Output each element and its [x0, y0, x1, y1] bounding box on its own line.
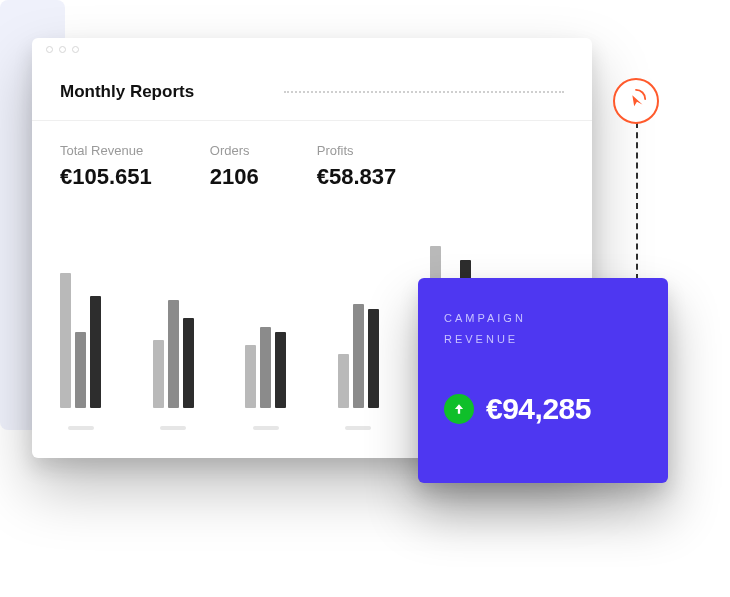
stat-value: 2106 — [210, 164, 259, 190]
callout-connector — [636, 122, 638, 280]
bar-group-bars — [153, 228, 194, 408]
campaign-revenue-card: CAMPAIGN REVENUE €94,285 — [418, 278, 668, 483]
report-title: Monthly Reports — [60, 82, 194, 102]
x-tick — [160, 426, 186, 430]
campaign-value: €94,285 — [486, 392, 591, 426]
bar — [275, 332, 286, 408]
window-dot — [72, 46, 79, 53]
bar-group — [245, 228, 286, 430]
bar — [60, 273, 71, 408]
window-dot — [59, 46, 66, 53]
bar — [353, 304, 364, 408]
x-tick — [253, 426, 279, 430]
header-divider — [284, 91, 564, 93]
x-tick — [345, 426, 371, 430]
bar — [368, 309, 379, 408]
cursor-click-icon — [625, 88, 647, 114]
bar-group-bars — [245, 228, 286, 408]
x-tick — [68, 426, 94, 430]
stat-label: Orders — [210, 143, 259, 158]
bar-group — [338, 228, 379, 430]
bar — [338, 354, 349, 408]
window-dot — [46, 46, 53, 53]
bar-group-bars — [60, 228, 101, 408]
window-titlebar — [32, 38, 592, 62]
bar — [168, 300, 179, 408]
cursor-callout — [613, 78, 659, 124]
stat-label: Profits — [317, 143, 397, 158]
bar — [153, 340, 164, 408]
bar — [75, 332, 86, 408]
stats-row: Total Revenue €105.651 Orders 2106 Profi… — [32, 121, 592, 200]
stat-label: Total Revenue — [60, 143, 152, 158]
campaign-label-1: CAMPAIGN — [444, 308, 642, 329]
stat-total-revenue: Total Revenue €105.651 — [60, 143, 152, 190]
stat-profits: Profits €58.837 — [317, 143, 397, 190]
stat-value: €58.837 — [317, 164, 397, 190]
stat-value: €105.651 — [60, 164, 152, 190]
bar — [260, 327, 271, 408]
bar — [183, 318, 194, 408]
trend-up-icon — [444, 394, 474, 424]
bar-group-bars — [338, 228, 379, 408]
stat-orders: Orders 2106 — [210, 143, 259, 190]
report-header: Monthly Reports — [32, 62, 592, 121]
bar — [90, 296, 101, 408]
bar — [245, 345, 256, 408]
bar-group — [60, 228, 101, 430]
campaign-label-2: REVENUE — [444, 329, 642, 350]
bar-group — [153, 228, 194, 430]
